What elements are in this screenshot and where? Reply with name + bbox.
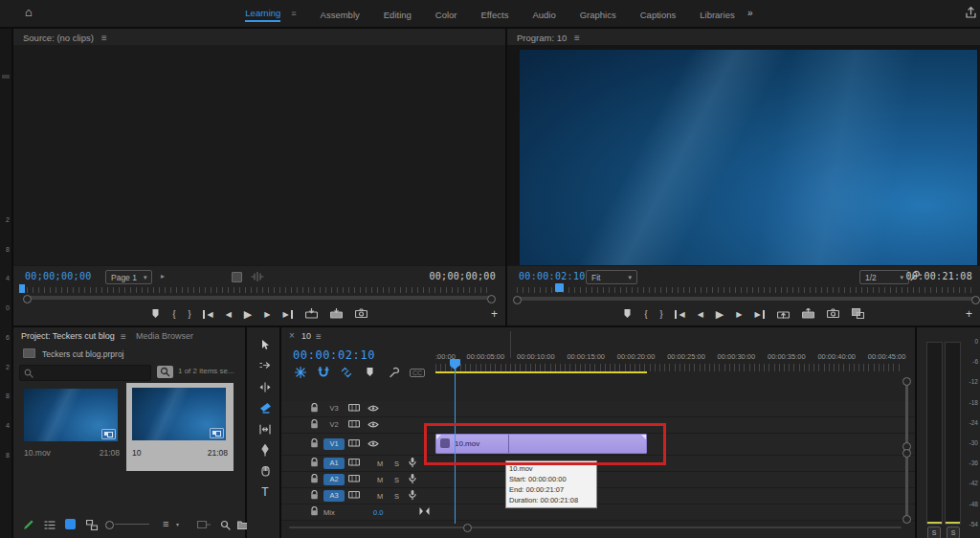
freeform-view-icon[interactable] <box>86 520 98 532</box>
sync-lock-icon[interactable] <box>348 475 360 485</box>
track-name-v1[interactable]: V1 <box>323 438 345 450</box>
export-frame-icon[interactable] <box>827 308 839 320</box>
extract-icon[interactable] <box>802 308 814 321</box>
program-panel-menu-icon[interactable]: ≡ <box>574 33 580 43</box>
sequence-tab-close-icon[interactable]: × <box>289 330 295 341</box>
source-playhead[interactable] <box>19 284 25 293</box>
item-name[interactable]: 10.mov <box>24 448 51 458</box>
step-forward-icon[interactable]: ▶ <box>736 310 742 319</box>
workspace-tab-editing[interactable]: Editing <box>384 7 412 20</box>
razor-tool-icon[interactable] <box>256 400 274 415</box>
audio-tracks-scrollbar[interactable] <box>905 453 908 518</box>
mic-icon[interactable] <box>409 458 416 470</box>
program-fit-select[interactable]: Fit▾ <box>586 270 637 284</box>
eye-icon[interactable] <box>368 404 379 415</box>
timeline-playhead-handle[interactable] <box>450 359 460 366</box>
workspace-menu-icon[interactable]: ≡ <box>291 9 296 18</box>
program-panel-title[interactable]: Program: 10 <box>517 33 567 43</box>
solo-left-button[interactable]: S <box>927 527 941 538</box>
sequence-tab[interactable]: 10 <box>301 331 311 341</box>
project-file-name[interactable]: Teckers cut blog.prproj <box>42 349 124 359</box>
sort-icon[interactable]: ≡ <box>163 518 168 529</box>
track-name-v2[interactable]: V2 <box>323 419 345 431</box>
play-button-icon[interactable]: ▶ <box>244 308 252 321</box>
slip-tool-icon[interactable] <box>256 421 274 437</box>
solo-button[interactable]: S <box>394 476 399 484</box>
pen-tool-icon[interactable] <box>256 442 274 458</box>
source-scrollbar-handle-left[interactable] <box>23 295 32 303</box>
mark-in-icon[interactable]: { <box>644 309 647 319</box>
lift-icon[interactable] <box>777 308 790 321</box>
source-panel-title[interactable]: Source: (no clips) <box>23 33 94 43</box>
track-name-a1[interactable]: A1 <box>323 458 345 469</box>
audio-scrollbar-handle-top[interactable] <box>902 449 911 458</box>
mark-in-icon[interactable]: { <box>172 309 175 319</box>
sort-chevron-icon[interactable]: ▾ <box>176 521 179 527</box>
lock-icon[interactable] <box>310 474 319 485</box>
go-to-out-icon[interactable]: ▶ <box>754 310 764 319</box>
mix-fader-icon[interactable] <box>419 507 430 518</box>
video-scrollbar-handle-top[interactable] <box>902 377 911 386</box>
solo-right-button[interactable]: S <box>947 527 960 538</box>
workspace-tab-audio[interactable]: Audio <box>532 7 555 20</box>
workspace-tab-color[interactable]: Color <box>435 7 457 20</box>
program-scrollbar-handle-left[interactable] <box>513 296 522 304</box>
zoom-slider-rail[interactable] <box>115 524 149 525</box>
captions-cc-icon[interactable]: CC <box>410 369 425 377</box>
video-tracks-scrollbar[interactable] <box>905 381 908 446</box>
step-back-icon[interactable]: ◀ <box>226 310 232 319</box>
linked-selection-icon[interactable] <box>341 367 352 380</box>
overwrite-icon[interactable] <box>330 308 343 321</box>
source-scrollbar[interactable] <box>27 296 492 300</box>
media-browser-tab[interactable]: Media Browser <box>136 331 193 341</box>
sync-lock-icon[interactable] <box>348 439 360 450</box>
mark-out-icon[interactable]: } <box>188 309 190 319</box>
source-zoom-select[interactable]: Page 1▾ <box>105 270 152 284</box>
ripple-edit-tool-icon[interactable] <box>256 379 274 394</box>
source-step-icon[interactable]: ▸ <box>161 272 165 280</box>
project-item-card-selected[interactable]: 10 21:08 <box>126 383 234 471</box>
sync-lock-icon[interactable] <box>348 459 360 469</box>
mute-button[interactable]: M <box>377 460 383 468</box>
timeline-settings-wrench-icon[interactable] <box>389 367 400 380</box>
lock-icon[interactable] <box>310 438 319 450</box>
find-icon[interactable] <box>220 520 231 532</box>
source-button-editor-plus[interactable]: + <box>491 307 498 321</box>
item-name[interactable]: 10 <box>132 448 141 458</box>
workspace-tab-learning[interactable]: Learning <box>245 5 280 22</box>
workspace-tab-assembly[interactable]: Assembly <box>321 7 360 20</box>
sync-lock-icon[interactable] <box>348 404 360 415</box>
program-scrub-ruler[interactable] <box>517 287 974 293</box>
search-input[interactable] <box>19 365 151 381</box>
sync-lock-icon[interactable] <box>348 420 360 431</box>
timeline-zoom-handle[interactable] <box>463 524 472 532</box>
program-button-editor-plus[interactable]: + <box>966 307 972 321</box>
source-scrollbar-handle-right[interactable] <box>487 295 496 303</box>
list-view-icon[interactable] <box>44 520 56 532</box>
timeline-ruler-labels[interactable]: :00:0000:00:05:0000:00:10:0000:00:15:000… <box>281 352 915 364</box>
workspace-overflow-icon[interactable]: » <box>747 8 753 18</box>
drag-video-icon[interactable] <box>232 272 242 282</box>
automate-to-sequence-icon[interactable] <box>197 520 211 531</box>
sync-lock-icon[interactable] <box>348 491 360 502</box>
quick-export-icon[interactable] <box>965 6 977 21</box>
hand-tool-icon[interactable] <box>256 463 274 479</box>
audio-scrollbar-handle-bottom[interactable] <box>902 515 911 524</box>
go-to-in-icon[interactable]: ◀ <box>203 310 212 319</box>
mic-icon[interactable] <box>409 490 416 503</box>
timeline-panel-menu-icon[interactable]: ≡ <box>316 331 322 342</box>
source-panel-menu-icon[interactable]: ≡ <box>101 33 107 43</box>
track-name-a2[interactable]: A2 <box>323 474 345 485</box>
track-name-v3[interactable]: V3 <box>323 403 345 415</box>
workspace-tab-graphics[interactable]: Graphics <box>580 7 616 20</box>
project-panel-menu-icon[interactable]: ≡ <box>121 331 126 342</box>
lock-icon[interactable] <box>310 490 319 502</box>
go-to-out-icon[interactable]: ▶ <box>282 310 292 319</box>
add-marker-icon[interactable] <box>623 308 632 321</box>
mix-volume-value[interactable]: 0.0 <box>373 508 383 517</box>
timeline-ruler-ticks[interactable] <box>435 364 903 371</box>
insert-icon[interactable] <box>305 308 318 321</box>
play-button-icon[interactable]: ▶ <box>716 308 724 321</box>
add-marker-icon[interactable] <box>366 367 374 379</box>
go-to-in-icon[interactable]: ◀ <box>675 310 684 319</box>
